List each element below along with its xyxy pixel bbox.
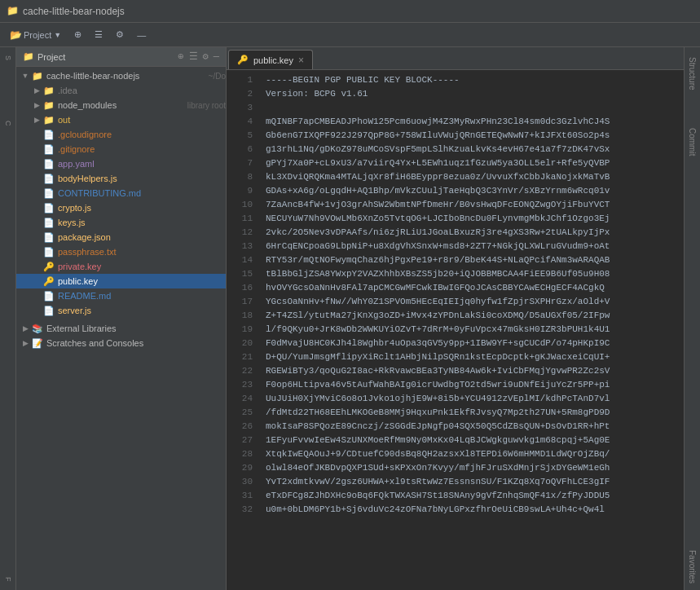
tree-item-private-key[interactable]: 🔑 private.key (16, 259, 226, 274)
crypto-icon: 📄 (42, 203, 55, 214)
node-modules-icon: 📁 (42, 100, 55, 111)
add-icon: ⊕ (74, 29, 81, 40)
sidebar-title: 📁 Project (23, 51, 65, 62)
app-yaml-label: app.yaml (58, 159, 226, 169)
code-line: 7ZaAncB4fW+1vjO3grAhSW2WbmtNPfDmeHr/B0vs… (266, 198, 677, 212)
project-icon: 📂 (10, 29, 21, 41)
code-line: mokIsaP8SPQozE89Cnczj/zSGGdEJpNgfp04SQX5… (266, 420, 677, 434)
structure-panel-icon[interactable]: S (1, 51, 15, 65)
tree-item-gitignore[interactable]: 📄 .gitignore (16, 142, 226, 156)
tree-item-keys[interactable]: 📄 keys.js (16, 215, 226, 230)
sidebar-layout-icon[interactable]: ☰ (189, 51, 198, 63)
favorites-panel-icon[interactable]: F (1, 572, 15, 587)
commit-panel-icon[interactable]: C (1, 116, 15, 130)
scratches-arrow: ▶ (20, 339, 31, 347)
code-line: tBlBbGljZSA8YWxpY2VAZXhhbXBsZS5jb20+iQJO… (266, 267, 677, 281)
out-folder-icon: 📁 (42, 115, 55, 125)
tree-item-scratches[interactable]: ▶ 📝 Scratches and Consoles (16, 336, 226, 350)
out-label: out (58, 115, 226, 125)
file-tree: ▼ 📁 cache-little-bear-nodejs ~/Do ▶ 📁 .i… (16, 67, 226, 590)
tree-item-crypto[interactable]: 📄 crypto.js (16, 200, 226, 215)
line-number: 13 (227, 240, 253, 253)
tree-item-package-json[interactable]: 📄 package.json (16, 230, 226, 244)
code-line: GDAs+xA6g/oLgqdH+AQ1Bhp/mVkzCUuljTaeHqbQ… (266, 184, 677, 198)
passphrase-icon: 📄 (42, 247, 55, 258)
add-button[interactable]: ⊕ (69, 28, 86, 42)
keys-label: keys.js (58, 218, 226, 227)
code-editor[interactable]: -----BEGIN PGP PUBLIC KEY BLOCK-----Vers… (259, 70, 684, 590)
package-json-label: package.json (58, 232, 226, 242)
commit-right-icon[interactable]: Commit (686, 121, 698, 162)
tree-item-idea[interactable]: ▶ 📁 .idea (16, 83, 226, 98)
tree-item-app-yaml[interactable]: 📄 app.yaml (16, 156, 226, 171)
sidebar-project-label: Project (37, 52, 65, 62)
settings-button[interactable]: ⚙ (111, 28, 129, 42)
server-icon: 📄 (42, 306, 55, 316)
line-number: 27 (227, 434, 253, 447)
line-number: 15 (227, 267, 253, 281)
project-button[interactable]: 📂 Project ▼ (5, 28, 66, 42)
line-number: 6 (227, 143, 253, 156)
line-number: 26 (227, 420, 253, 434)
folder-icon: 📁 (23, 51, 34, 62)
tab-close-button[interactable]: × (298, 55, 304, 66)
left-panel-icons: S C F (0, 47, 16, 590)
node-modules-sub: library root (187, 101, 226, 110)
line-number: 16 (227, 281, 253, 295)
sidebar-close-icon[interactable]: — (214, 51, 219, 63)
sidebar-gear-icon[interactable]: ⚙ (203, 51, 209, 63)
code-line: Z+T4ZSl/ytutMa27jKnXg3oZD+iMvx4zYPDnLakS… (266, 309, 677, 323)
tree-item-public-key[interactable]: 🔑 public.key (16, 274, 226, 288)
code-line: eTxDFCg8ZJhDXHc9oBq6FQkTWXASH7St18SNAny9… (266, 489, 677, 503)
tree-item-out[interactable]: ▶ 📁 out (16, 112, 226, 127)
code-line: XtqkIwEQAOuJ+9/CDtuefC90dsBq8QH2azsxXl8T… (266, 447, 677, 461)
tree-item-gcloudignore[interactable]: 📄 .gcloudignore (16, 127, 226, 142)
line-number: 2 (227, 87, 253, 101)
layout-button[interactable]: ☰ (90, 28, 108, 42)
line-number: 28 (227, 447, 253, 461)
line-number: 19 (227, 323, 253, 337)
gcloudignore-icon: 📄 (42, 130, 55, 140)
line-number: 31 (227, 489, 253, 503)
line-number: 20 (227, 337, 253, 350)
line-number: 30 (227, 475, 253, 489)
tree-item-readme[interactable]: 📄 README.md (16, 288, 226, 303)
line-number: 5 (227, 129, 253, 143)
structure-right-icon[interactable]: Structure (686, 51, 698, 97)
server-label: server.js (58, 306, 226, 315)
title-bar: 📁 cache-little-bear-nodejs (0, 0, 700, 23)
code-line: NECUYuW7Nh9VOwLMb6XnZo5TvtqOG+LJCIboBncD… (266, 212, 677, 226)
tree-item-body-helpers[interactable]: 📄 bodyHelpers.js (16, 171, 226, 186)
root-path: ~/Do (209, 72, 226, 81)
line-number: 23 (227, 378, 253, 392)
line-number: 18 (227, 309, 253, 323)
line-number: 25 (227, 406, 253, 420)
sidebar-add-icon[interactable]: ⊕ (178, 51, 183, 63)
line-number: 7 (227, 156, 253, 170)
ext-lib-icon: 📚 (31, 324, 44, 334)
root-folder-icon: 📁 (31, 71, 44, 81)
code-line: kL3XDviQRQKma4MTALjqXr8fiH6BEyppr8ezua0z… (266, 170, 677, 184)
tab-bar: 🔑 public.key × (227, 47, 684, 70)
tree-item-server[interactable]: 📄 server.js (16, 303, 226, 318)
code-line: RTY53r/mQtNOFwymqChaz6hjPgxPe19+r8r9/Bbe… (266, 253, 677, 267)
gitignore-icon: 📄 (42, 144, 55, 155)
tree-item-external-libraries[interactable]: ▶ 📚 External Libraries (16, 321, 226, 336)
root-expand-arrow: ▼ (20, 72, 31, 80)
active-tab[interactable]: 🔑 public.key × (228, 50, 313, 69)
sidebar: 📁 Project ⊕ ☰ ⚙ — ▼ 📁 cache-little-bear-… (16, 47, 227, 590)
line-number: 4 (227, 115, 253, 129)
tab-key-icon: 🔑 (237, 55, 249, 65)
line-number: 1 (227, 73, 253, 87)
minimize-button[interactable]: — (132, 29, 151, 42)
idea-arrow: ▶ (31, 86, 42, 95)
favorites-right-icon[interactable]: Favorites (686, 544, 698, 590)
tree-item-contributing[interactable]: 📄 CONTRIBUTING.md (16, 186, 226, 200)
tree-root-item[interactable]: ▼ 📁 cache-little-bear-nodejs ~/Do (16, 68, 226, 83)
ext-lib-label: External Libraries (46, 324, 226, 333)
line-number: 24 (227, 392, 253, 406)
tree-item-passphrase[interactable]: 📄 passphrase.txt (16, 244, 226, 259)
tree-item-node-modules[interactable]: ▶ 📁 node_modules library root (16, 98, 226, 112)
line-number: 11 (227, 212, 253, 226)
line-number: 22 (227, 364, 253, 378)
